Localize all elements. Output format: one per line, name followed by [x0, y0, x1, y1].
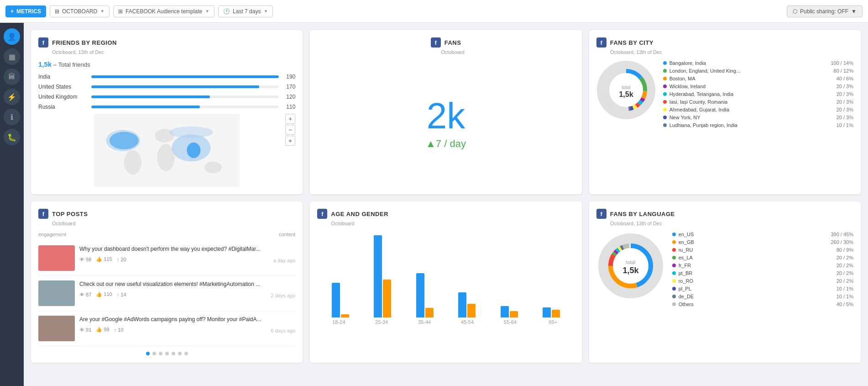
lang-dot: [672, 287, 676, 291]
top-posts-sub: Octoboard: [52, 221, 295, 226]
post-stats: 👁 87 👍 110 ↑ 14: [79, 291, 126, 297]
bar-label: 55-64: [489, 319, 532, 325]
bar-group: [321, 235, 360, 317]
post-text: Check out our new useful visualization e…: [79, 280, 295, 288]
region-row: United Kingdom 120: [38, 94, 295, 100]
city-name: Bangalore, India: [669, 60, 828, 66]
lang-name: fr_FR: [679, 263, 834, 268]
map-zoom-in[interactable]: +: [285, 114, 295, 124]
city-name: London, England, United King...: [669, 68, 831, 74]
topnav: + METRICS ⊞ OCTOBOARD ▼ ⊞ FACEBOOK Audie…: [0, 0, 868, 23]
friends-total-number: 1,5k: [38, 60, 52, 68]
svg-text:1,5k: 1,5k: [622, 266, 639, 275]
lang-row: en_GB 260 / 30%: [672, 239, 853, 245]
post-indicator-dot[interactable]: [172, 352, 175, 355]
city-dot: [663, 108, 667, 111]
post-indicator-dot[interactable]: [159, 352, 162, 355]
map-zoom-out[interactable]: −: [285, 125, 295, 135]
age-gender-chart: 18-2425-3435-4445-5455-6465+: [317, 232, 574, 328]
posts-list: Why your dashboard doesn't perform the w…: [38, 241, 295, 346]
octoboard-button[interactable]: ⊞ OCTOBOARD ▼: [50, 5, 110, 17]
lang-name: pt_BR: [679, 270, 834, 276]
add-metrics-button[interactable]: + METRICS: [5, 5, 46, 17]
share-icon: ⬡: [793, 8, 797, 15]
friends-by-region-title: FRIENDS BY REGION: [52, 39, 117, 46]
sidebar-item-debug[interactable]: 🐛: [4, 129, 20, 145]
col-content: content: [279, 232, 295, 237]
sidebar-item-reports[interactable]: 🏛: [4, 69, 20, 85]
city-vals: 40 / 6%: [837, 76, 853, 81]
post-indicator-dot[interactable]: [146, 352, 150, 355]
fans-by-city-title: FANS BY CITY: [610, 39, 654, 46]
city-dot: [663, 123, 667, 127]
friends-total: 1,5k – Total friends: [38, 60, 295, 68]
fans-by-city-sub: Octoboard, 13th of Dec: [610, 49, 853, 55]
lang-dot: [672, 240, 676, 244]
city-dot: [663, 61, 667, 65]
friends-by-region-header: f FRIENDS BY REGION: [38, 37, 295, 48]
main-content: f FRIENDS BY REGION Octoboard, 13th of D…: [24, 23, 868, 386]
facebook-icon-1: f: [38, 37, 48, 48]
post-indicator-dot[interactable]: [178, 352, 182, 355]
age-gender-title: AGE AND GENDER: [331, 211, 388, 217]
bar-orange: [467, 304, 476, 317]
post-text: Why your dashboard doesn't perform the w…: [79, 245, 295, 253]
lang-row: pt_BR 20 / 2%: [672, 270, 853, 276]
sidebar: 👤 ▦ 🏛 ⚡ ℹ 🐛: [0, 23, 24, 386]
post-views: 👁 98: [79, 256, 91, 262]
template-icon: ⊞: [118, 8, 123, 15]
svg-point-7: [187, 143, 200, 158]
region-bar-wrap: [91, 85, 279, 88]
svg-point-8: [169, 127, 213, 138]
world-map: [38, 114, 295, 187]
post-thumbnail: [38, 245, 75, 271]
bar-label: 25-34: [360, 319, 403, 325]
region-value: 170: [282, 84, 295, 90]
fans-sub: Octoboard: [441, 49, 464, 55]
template-button[interactable]: ⊞ FACEBOOK Audience template ▼: [113, 5, 214, 17]
bar-group: [532, 235, 571, 317]
lang-vals: 260 / 30%: [831, 239, 853, 245]
post-row: Are your #Google #AdWords campaigns payi…: [38, 311, 295, 346]
city-row: New York, NY 20 / 3%: [663, 115, 853, 120]
facebook-icon-3: f: [596, 37, 607, 48]
region-bar: [91, 85, 259, 88]
fans-rate: ▲7 / day: [426, 138, 466, 150]
city-row: Hyderabad, Telangana, India 20 / 3%: [663, 91, 853, 97]
city-vals: 100 / 14%: [831, 60, 853, 66]
post-thumbnail: [38, 280, 75, 306]
bar-blue: [458, 292, 466, 317]
region-value: 190: [282, 74, 295, 80]
lang-dot: [672, 295, 676, 298]
bar-blue: [543, 307, 551, 317]
post-indicator-dot[interactable]: [165, 352, 169, 355]
city-donut-wrap: total 1,5k: [596, 60, 656, 121]
post-indicator-dot[interactable]: [152, 352, 156, 355]
bar-orange: [383, 280, 391, 317]
svg-point-9: [204, 162, 222, 174]
lang-row: ro_RO 20 / 2%: [672, 278, 853, 284]
region-rows: India 190 United States 170 United Kingd…: [38, 74, 295, 110]
map-reset[interactable]: ⌖: [285, 136, 295, 146]
svg-text:total: total: [626, 259, 635, 265]
post-text: Are your #Google #AdWords campaigns payi…: [79, 316, 295, 323]
sharing-button[interactable]: ⬡ Public sharing: OFF ▼: [787, 5, 863, 17]
sidebar-item-profile[interactable]: 👤: [4, 28, 20, 45]
fans-by-city-card: f FANS BY CITY Octoboard, 13th of Dec to…: [589, 30, 861, 194]
sidebar-item-info[interactable]: ℹ: [4, 109, 20, 125]
sidebar-item-integrations[interactable]: ⚡: [4, 89, 20, 105]
bar-blue: [374, 235, 382, 317]
lang-name: ru_RU: [679, 247, 834, 253]
post-indicator-dot[interactable]: [184, 352, 188, 355]
age-gender-card: f AGE AND GENDER Octoboard: [310, 201, 581, 363]
city-row: Bangalore, India 100 / 14%: [663, 60, 853, 66]
sharing-label: Public sharing: OFF: [800, 8, 848, 15]
city-row: Ludhiana, Punjab region, India 10 / 1%: [663, 122, 853, 128]
svg-point-2: [124, 150, 141, 174]
daterange-button[interactable]: 🕐 Last 7 days ▼: [218, 5, 273, 17]
city-dot: [663, 116, 667, 119]
bar-orange: [510, 311, 518, 317]
post-content: Are your #Google #AdWords campaigns payi…: [79, 316, 295, 341]
city-donut-total-label: total: [622, 85, 630, 90]
sidebar-item-dashboard[interactable]: ▦: [4, 48, 20, 65]
